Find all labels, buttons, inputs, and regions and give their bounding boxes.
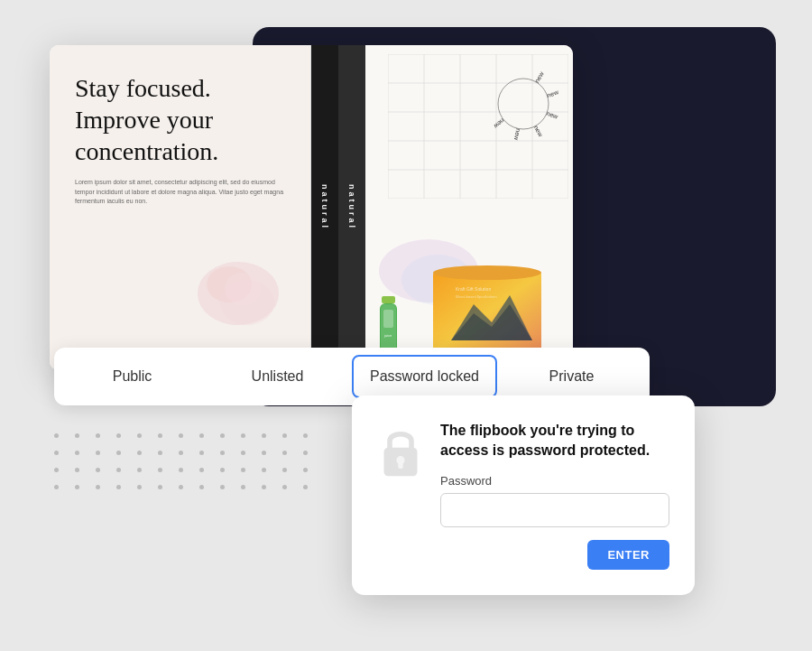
dot-row-4 — [54, 485, 308, 489]
lock-icon — [377, 424, 424, 479]
grid-decoration: new new new new new new — [388, 54, 568, 199]
svg-point-27 — [433, 265, 541, 280]
strip-2: natural — [338, 45, 365, 370]
enter-button[interactable]: ENTER — [587, 540, 669, 570]
password-dialog: The flipbook you're trying to access is … — [352, 395, 695, 595]
dialog-content: The flipbook you're trying to access is … — [440, 421, 669, 570]
dot-row-3 — [54, 468, 308, 472]
svg-rect-26 — [433, 273, 541, 354]
tab-private[interactable]: Private — [501, 355, 642, 398]
flipbook-heading: Stay focused. Improve your concentration… — [75, 72, 289, 167]
dot-pattern — [54, 433, 308, 502]
svg-text:juice: juice — [383, 333, 392, 338]
svg-point-3 — [225, 273, 261, 305]
vertical-strips: natural natural — [311, 45, 365, 370]
svg-rect-33 — [383, 310, 393, 328]
svg-text:new: new — [546, 110, 559, 120]
dialog-title: The flipbook you're trying to access is … — [440, 421, 669, 461]
svg-text:new: new — [513, 128, 521, 142]
svg-text:new: new — [492, 117, 505, 130]
svg-text:Wood-based 8pcs/bottom: Wood-based 8pcs/bottom — [456, 294, 497, 299]
dot-row-1 — [54, 433, 308, 438]
svg-rect-30 — [382, 296, 395, 303]
flipbook-body: Lorem ipsum dolor sit amet, consectetur … — [75, 178, 289, 207]
tab-password-locked[interactable]: Password locked — [352, 355, 497, 398]
tab-unlisted[interactable]: Unlisted — [207, 355, 348, 398]
watercolor-decoration — [193, 253, 283, 334]
flipbook: Stay focused. Improve your concentration… — [50, 45, 573, 370]
password-input[interactable] — [440, 493, 669, 527]
tab-public[interactable]: Public — [61, 355, 203, 398]
svg-text:new: new — [546, 88, 559, 98]
page-left: Stay focused. Improve your concentration… — [50, 45, 311, 370]
strip-1: natural — [311, 45, 338, 370]
page-right: natural natural — [311, 45, 573, 370]
lock-icon-area — [377, 421, 424, 570]
dot-row-2 — [54, 451, 308, 455]
scene: Stay focused. Improve your concentration… — [0, 0, 812, 651]
svg-rect-37 — [398, 460, 403, 469]
password-label: Password — [440, 474, 669, 488]
svg-text:Kraft Gift Solution: Kraft Gift Solution — [456, 286, 491, 292]
